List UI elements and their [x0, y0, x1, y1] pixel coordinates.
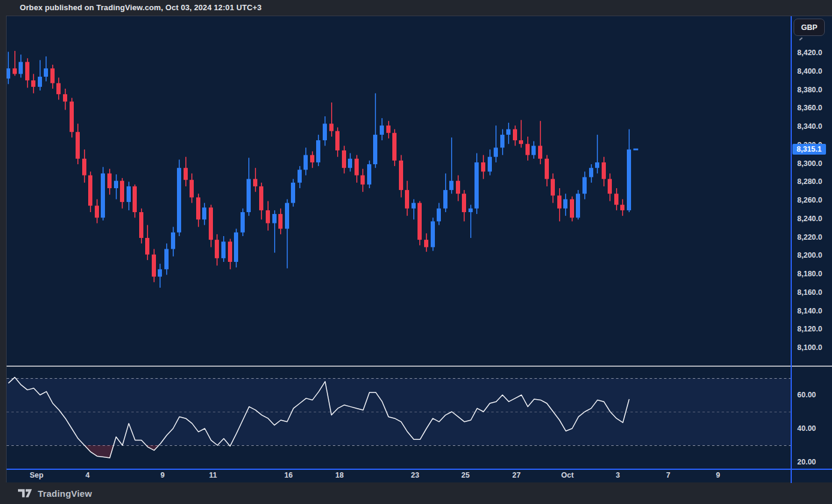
time-axis-label: 16	[284, 471, 293, 479]
attribution-text: Orbex published on TradingView.com, Oct …	[20, 3, 262, 12]
price-axis[interactable]: GBP 8,315.1 8,420.08,400.08,380.08,360.0…	[791, 16, 832, 469]
time-axis-label: 3	[616, 471, 620, 479]
price-axis-label: 8,240.0	[797, 214, 822, 224]
tradingview-snapshot: Orbex published on TradingView.com, Oct …	[0, 0, 832, 504]
time-axis-label: Oct	[561, 471, 574, 479]
chart-widget: GBP 8,315.1 8,420.08,400.08,380.08,360.0…	[6, 16, 832, 482]
rsi-axis-label: 60.00	[797, 390, 816, 400]
price-axis-label: 8,380.0	[797, 85, 822, 95]
axis-vertical-line	[791, 16, 792, 483]
price-axis-label: 8,220.0	[797, 233, 822, 242]
tradingview-logo-icon[interactable]	[18, 488, 32, 498]
price-axis-label: 8,280.0	[797, 177, 822, 186]
axis-horizontal-line	[7, 469, 832, 470]
time-axis-label: 27	[512, 471, 521, 479]
time-axis-label: 9	[716, 471, 720, 479]
price-axis-label: 8,120.0	[797, 324, 822, 334]
price-axis-label: 8,300.0	[797, 159, 822, 168]
time-axis-label: 9	[161, 471, 165, 479]
price-axis-label: 8,160.0	[797, 288, 822, 297]
price-axis-label: 8,200.0	[797, 251, 822, 260]
currency-button-label: GBP	[801, 23, 817, 32]
price-axis-label: 8,420.0	[797, 48, 822, 58]
attribution-bar: Orbex published on TradingView.com, Oct …	[0, 0, 832, 16]
last-price-label: 8,315.1	[792, 144, 826, 155]
rsi-axis-label: 20.00	[797, 457, 816, 467]
small-tick-mark	[799, 37, 803, 40]
time-axis-label: 11	[209, 471, 217, 479]
time-axis-label: Sep	[30, 471, 44, 479]
footer-bar: TradingView	[0, 482, 832, 504]
price-axis-label: 8,340.0	[797, 122, 822, 131]
rsi-axis-label: 40.00	[797, 424, 816, 433]
price-axis-label: 8,360.0	[797, 103, 822, 113]
time-axis[interactable]: Sep49111618232527Oct379	[7, 469, 832, 483]
price-axis-label: 8,180.0	[797, 269, 822, 279]
price-axis-label: 8,140.0	[797, 306, 822, 316]
tradingview-brand[interactable]: TradingView	[38, 488, 92, 499]
time-axis-label: 4	[86, 471, 90, 479]
pane-separator[interactable]	[7, 366, 832, 367]
price-axis-label: 8,260.0	[797, 195, 822, 205]
chart-canvas[interactable]	[7, 16, 791, 469]
time-axis-label: 7	[666, 471, 671, 479]
currency-button[interactable]: GBP	[794, 19, 825, 36]
price-axis-label: 8,100.0	[797, 343, 822, 352]
time-axis-label: 25	[461, 471, 470, 479]
time-axis-label: 18	[335, 471, 344, 479]
price-axis-label: 8,400.0	[797, 67, 822, 76]
time-axis-label: 23	[411, 471, 419, 479]
